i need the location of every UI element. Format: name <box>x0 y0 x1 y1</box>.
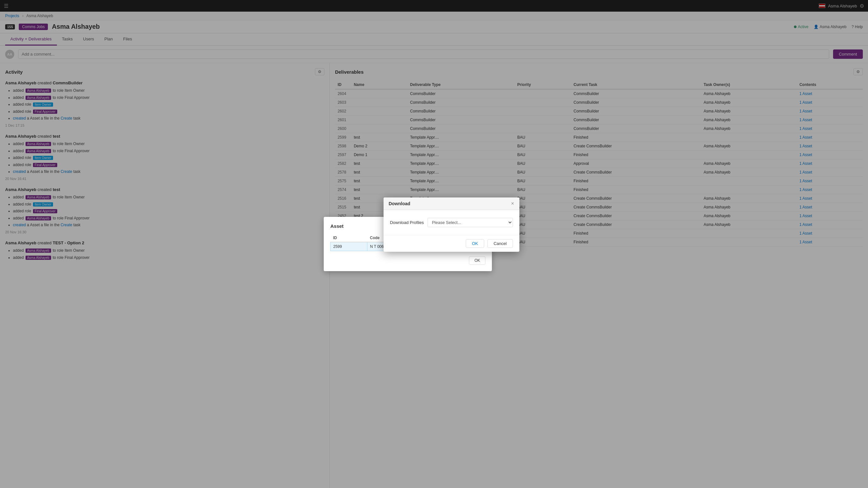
download-modal-footer: OK Cancel <box>383 235 519 252</box>
modal-overlay: × Asset ID Code Status 2599 N T 0062 Che… <box>0 0 868 488</box>
download-profiles-label: Download Profiles <box>390 220 424 225</box>
download-modal-body: Download Profiles Please Select... <box>383 210 519 235</box>
asset-col-id: ID <box>331 234 367 242</box>
download-modal-title: Download <box>389 201 410 206</box>
asset-ok-button[interactable]: OK <box>469 256 486 265</box>
download-cancel-button[interactable]: Cancel <box>487 239 513 248</box>
download-modal: Download × Download Profiles Please Sele… <box>383 197 519 252</box>
download-profiles-select[interactable]: Please Select... <box>428 218 513 227</box>
download-ok-button[interactable]: OK <box>466 239 484 248</box>
download-row: Download Profiles Please Select... <box>390 218 513 227</box>
download-modal-close[interactable]: × <box>511 201 514 206</box>
asset-id: 2599 <box>331 242 367 251</box>
download-modal-header: Download × <box>383 197 519 210</box>
